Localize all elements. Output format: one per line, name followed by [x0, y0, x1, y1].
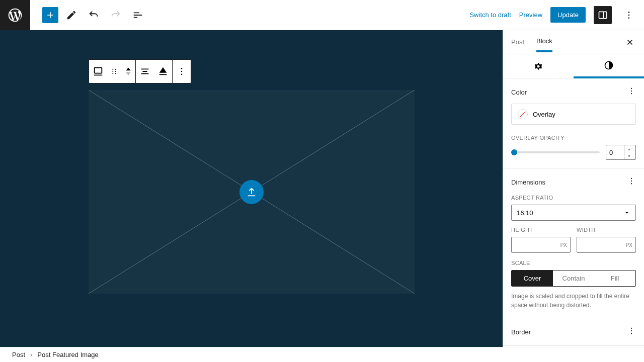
svg-point-13: [181, 74, 183, 75]
dimensions-panel-title: Dimensions: [511, 178, 545, 186]
svg-point-5: [112, 69, 113, 70]
settings-subtab[interactable]: [503, 54, 574, 78]
chevron-right-icon: ›: [30, 351, 32, 358]
scale-label: SCALE: [511, 260, 636, 266]
svg-point-4: [628, 17, 630, 19]
list-view-button[interactable]: [129, 6, 147, 24]
upload-button[interactable]: [239, 180, 264, 204]
align-button[interactable]: [136, 60, 154, 83]
scale-fill-button[interactable]: Fill: [594, 270, 635, 286]
border-panel-title: Border: [511, 328, 531, 336]
width-label: WIDTH: [577, 227, 636, 233]
svg-point-6: [112, 71, 113, 72]
add-block-button[interactable]: [42, 7, 58, 23]
svg-point-17: [631, 88, 632, 89]
block-toolbar: [89, 59, 191, 83]
border-panel: Border: [503, 318, 644, 346]
svg-point-7: [112, 73, 113, 74]
color-panel: Color Overlay OVERLAY OPACITY ▲▼: [503, 78, 644, 168]
svg-point-21: [631, 180, 632, 182]
tools-button[interactable]: [62, 6, 80, 24]
undo-button[interactable]: [85, 6, 103, 24]
block-type-button[interactable]: [89, 60, 107, 83]
svg-point-22: [631, 183, 632, 184]
opacity-slider[interactable]: [511, 151, 600, 153]
update-button[interactable]: Update: [550, 7, 586, 23]
tab-block[interactable]: Block: [536, 30, 552, 54]
svg-point-11: [181, 68, 183, 69]
replace-button[interactable]: [154, 60, 172, 83]
aspect-ratio-select[interactable]: 16:10: [511, 205, 636, 221]
editor-canvas: [0, 30, 503, 347]
block-more-button[interactable]: [173, 60, 191, 83]
opacity-label: OVERLAY OPACITY: [511, 135, 636, 141]
contrast-icon: [604, 60, 614, 70]
svg-point-19: [631, 93, 632, 94]
switch-to-draft-button[interactable]: Switch to draft: [469, 11, 511, 19]
border-panel-menu[interactable]: [627, 326, 636, 337]
svg-point-23: [631, 328, 632, 329]
more-options-button[interactable]: [620, 6, 638, 24]
close-sidebar-button[interactable]: [624, 36, 636, 48]
featured-image-placeholder[interactable]: [89, 90, 415, 294]
scale-help-text: Image is scaled and cropped to fill the …: [511, 292, 636, 310]
height-label: HEIGHT: [511, 227, 571, 233]
svg-point-24: [631, 330, 632, 331]
breadcrumb: Post › Post Featured Image: [0, 347, 644, 362]
top-toolbar: Switch to draft Preview Update: [0, 0, 644, 30]
svg-point-8: [115, 69, 116, 70]
stepper-down[interactable]: ▼: [625, 152, 633, 159]
scale-cover-button[interactable]: Cover: [512, 270, 553, 286]
color-swatch-icon: [518, 109, 528, 119]
stepper-up[interactable]: ▲: [625, 145, 633, 152]
svg-point-12: [181, 71, 183, 72]
chevron-down-icon: [623, 209, 630, 216]
gear-icon: [533, 61, 543, 71]
svg-point-20: [631, 178, 632, 179]
settings-sidebar: Post Block Color Overlay OVERLAY OPACITY: [503, 30, 644, 348]
svg-point-25: [631, 333, 632, 334]
move-buttons[interactable]: [121, 60, 135, 83]
breadcrumb-post[interactable]: Post: [12, 351, 25, 358]
svg-point-2: [628, 11, 630, 13]
styles-subtab[interactable]: [574, 54, 644, 78]
width-input[interactable]: PX: [577, 237, 636, 253]
redo-button[interactable]: [107, 6, 125, 24]
dimensions-panel-menu[interactable]: [627, 176, 636, 188]
overlay-color-field[interactable]: Overlay: [511, 104, 636, 125]
tab-post[interactable]: Post: [511, 31, 524, 53]
move-down-icon: [125, 71, 132, 76]
aspect-ratio-label: ASPECT RATIO: [511, 195, 636, 201]
breadcrumb-featured-image[interactable]: Post Featured Image: [37, 351, 98, 358]
color-panel-menu[interactable]: [627, 86, 636, 98]
svg-point-9: [115, 71, 116, 72]
height-input[interactable]: PX: [511, 237, 571, 253]
svg-point-18: [631, 90, 632, 92]
svg-rect-0: [599, 12, 607, 18]
wordpress-logo[interactable]: [0, 0, 30, 30]
svg-point-3: [628, 14, 630, 16]
drag-handle-button[interactable]: [107, 60, 121, 83]
opacity-input[interactable]: ▲▼: [606, 145, 636, 160]
preview-button[interactable]: Preview: [519, 11, 542, 19]
color-panel-title: Color: [511, 88, 527, 96]
sidebar-toggle-button[interactable]: [594, 6, 612, 24]
upload-icon: [246, 187, 257, 198]
dimensions-panel: Dimensions ASPECT RATIO 16:10 HEIGHT PX …: [503, 168, 644, 318]
scale-contain-button[interactable]: Contain: [553, 270, 594, 286]
svg-point-10: [115, 73, 116, 74]
scale-toggle-group: Cover Contain Fill: [511, 270, 636, 287]
